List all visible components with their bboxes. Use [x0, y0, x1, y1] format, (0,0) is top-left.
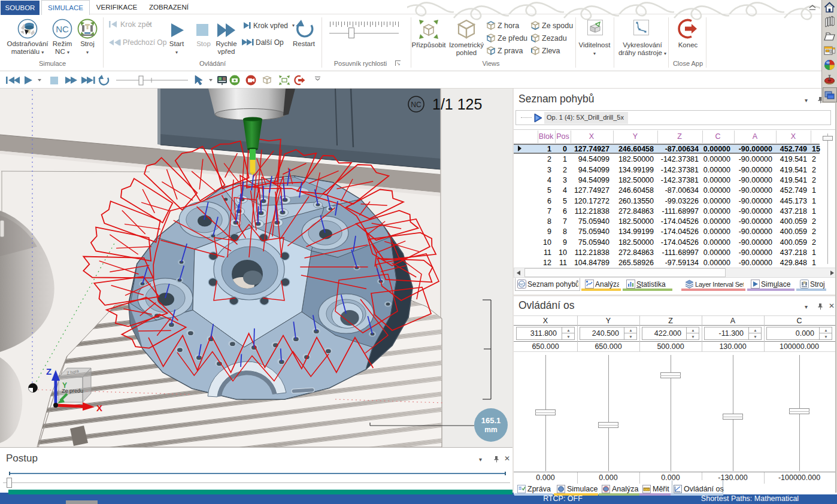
svg-text:Z: Z	[46, 366, 51, 377]
svg-text:Krok vpřed: Krok vpřed	[253, 22, 288, 30]
svg-text:mm: mm	[484, 426, 497, 434]
svg-text:X: X	[96, 403, 102, 413]
svg-text:NC: NC	[56, 24, 69, 34]
svg-text:NC: NC	[519, 283, 524, 286]
svg-text:▾: ▾	[148, 22, 151, 27]
svg-text:NC: NC	[411, 101, 421, 109]
svg-text:Y: Y	[62, 381, 67, 390]
svg-text:165.1: 165.1	[481, 416, 501, 425]
svg-text:Předchozí Op: Předchozí Op	[123, 38, 167, 47]
svg-text:▾: ▾	[292, 23, 295, 28]
svg-text:1/1 125: 1/1 125	[432, 96, 482, 113]
svg-text:Krok zpět: Krok zpět	[120, 20, 152, 29]
svg-text:Další Op: Další Op	[256, 38, 284, 47]
